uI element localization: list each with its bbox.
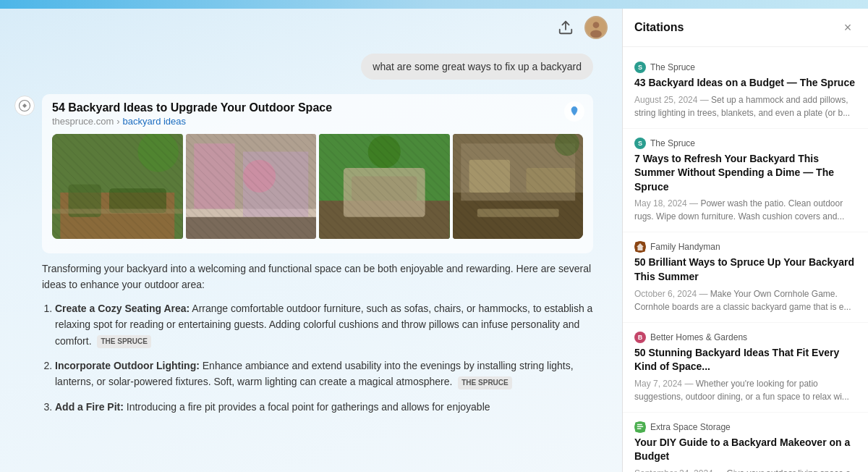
citation-title-2: 7 Ways to Refresh Your Backyard This Sum… <box>634 152 856 195</box>
svg-rect-32 <box>637 426 643 426</box>
user-bubble: what are some great ways to fix up a bac… <box>361 54 593 80</box>
backyard-image-4 <box>453 134 584 239</box>
citation-source-row-5: Extra Space Storage <box>634 421 856 433</box>
svg-rect-17 <box>319 134 450 239</box>
citations-title: Citations <box>634 21 684 34</box>
favicon-3 <box>634 241 646 253</box>
source-title: 54 Backyard Ideas to Upgrade Your Outdoo… <box>52 101 583 114</box>
svg-rect-10 <box>52 209 183 214</box>
response-text: Transforming your backyard into a welcom… <box>14 261 593 423</box>
source-name-2: The Spruce <box>650 138 695 148</box>
citation-source-row-3: Family Handyman <box>634 241 856 253</box>
svg-rect-14 <box>242 152 307 217</box>
citation-item-1[interactable]: S The Spruce 43 Backyard Ideas on a Budg… <box>623 53 868 129</box>
intro-paragraph: Transforming your backyard into a welcom… <box>42 261 593 293</box>
citation-snippet-1: August 25, 2024 — Set up a hammock and a… <box>634 93 856 119</box>
favicon-4: B <box>634 332 646 343</box>
citation-item-3[interactable]: Family Handyman 50 Brilliant Ways to Spr… <box>623 232 868 322</box>
svg-rect-16 <box>186 217 317 239</box>
svg-rect-33 <box>637 428 642 429</box>
backyard-image-2 <box>186 134 317 239</box>
citation-snippet-5: September 24, 2024 — Give your outdoor l… <box>634 467 856 472</box>
source-url-sep: › <box>116 116 119 127</box>
upload-button[interactable] <box>556 17 576 38</box>
citation-title-1: 43 Backyard Ideas on a Budget — The Spru… <box>634 76 856 90</box>
citations-header: Citations × <box>623 9 868 47</box>
svg-rect-24 <box>461 143 575 201</box>
response-header: 54 Backyard Ideas to Upgrade Your Outdoo… <box>14 94 593 253</box>
top-gradient-bar <box>0 0 868 9</box>
list-item-2-bold: Incorporate Outdoor Lighting: <box>55 360 200 371</box>
source-name-4: Better Homes & Gardens <box>650 332 747 342</box>
svg-point-2 <box>593 22 600 28</box>
citation-source-row-1: S The Spruce <box>634 62 856 73</box>
citation-item-5[interactable]: Extra Space Storage Your DIY Guide to a … <box>623 413 868 472</box>
svg-rect-19 <box>344 168 425 217</box>
response-list: Create a Cozy Seating Area: Arrange comf… <box>42 300 593 415</box>
citation-item-2[interactable]: S The Spruce 7 Ways to Refresh Your Back… <box>623 129 868 233</box>
svg-rect-11 <box>186 134 317 239</box>
svg-rect-7 <box>69 185 101 217</box>
citation-badge-1[interactable]: THE SPRUCE <box>97 335 150 348</box>
svg-rect-28 <box>477 209 558 217</box>
svg-point-15 <box>242 160 275 193</box>
user-message-text: what are some great ways to fix up a bac… <box>373 61 582 72</box>
list-item-3: Add a Fire Pit: Introducing a fire pit p… <box>55 399 593 415</box>
favicon-1: S <box>634 62 646 73</box>
source-name-3: Family Handyman <box>650 242 720 252</box>
list-item-3-bold: Add a Fire Pit: <box>55 401 124 413</box>
citation-snippet-2: May 18, 2024 — Power wash the patio. Cle… <box>634 197 856 223</box>
app-container: what are some great ways to fix up a bac… <box>0 9 868 472</box>
citation-snippet-3: October 6, 2024 — Make Your Own Cornhole… <box>634 287 856 313</box>
svg-point-27 <box>555 134 579 156</box>
list-item-3-text: Introducing a fire pit provides a focal … <box>127 401 490 413</box>
source-url-domain: thespruce.com <box>52 116 114 127</box>
close-button[interactable]: × <box>839 19 856 36</box>
svg-rect-25 <box>469 160 509 193</box>
backyard-image-3 <box>319 134 450 239</box>
list-item-2: Incorporate Outdoor Lighting: Enhance am… <box>55 358 593 390</box>
svg-rect-8 <box>109 188 166 213</box>
source-card: 54 Backyard Ideas to Upgrade Your Outdoo… <box>42 94 593 253</box>
response-area: 54 Backyard Ideas to Upgrade Your Outdoo… <box>14 94 593 423</box>
main-panel: what are some great ways to fix up a bac… <box>0 9 622 472</box>
close-icon: × <box>844 20 852 35</box>
svg-rect-18 <box>319 201 450 239</box>
bookmark-button[interactable] <box>564 101 584 122</box>
svg-point-3 <box>590 30 602 38</box>
citations-list: S The Spruce 43 Backyard Ideas on a Budg… <box>623 47 868 472</box>
svg-rect-20 <box>352 176 417 201</box>
list-item-1: Create a Cozy Seating Area: Arrange comf… <box>55 300 593 349</box>
backyard-image-1 <box>52 134 183 239</box>
svg-rect-5 <box>52 134 183 239</box>
svg-point-21 <box>368 135 401 168</box>
citation-title-5: Your DIY Guide to a Backyard Makeover on… <box>634 436 856 464</box>
source-name-1: The Spruce <box>650 62 695 72</box>
svg-rect-22 <box>453 134 584 239</box>
svg-rect-6 <box>60 193 174 239</box>
citation-item-4[interactable]: B Better Homes & Gardens 50 Stunning Bac… <box>623 323 868 413</box>
chat-area: what are some great ways to fix up a bac… <box>0 46 622 472</box>
svg-rect-23 <box>453 193 584 239</box>
ai-icon <box>14 96 35 116</box>
favicon-5 <box>634 421 646 433</box>
citation-title-3: 50 Brilliant Ways to Spruce Up Your Back… <box>634 256 856 284</box>
favicon-2: S <box>634 138 646 149</box>
svg-rect-34 <box>637 424 642 425</box>
citation-snippet-4: May 7, 2024 — Whether you're looking for… <box>634 377 856 403</box>
citation-source-row-4: B Better Homes & Gardens <box>634 332 856 343</box>
svg-rect-12 <box>186 134 317 209</box>
citation-source-row-2: S The Spruce <box>634 138 856 149</box>
avatar[interactable] <box>584 16 608 39</box>
svg-point-9 <box>137 134 178 172</box>
citation-badge-2[interactable]: THE SPRUCE <box>458 376 511 389</box>
svg-rect-26 <box>526 168 575 193</box>
citation-title-4: 50 Stunning Backyard Ideas That Fit Ever… <box>634 346 856 374</box>
source-url[interactable]: thespruce.com › backyard ideas <box>52 116 583 127</box>
image-grid <box>52 134 583 239</box>
source-name-5: Extra Space Storage <box>650 422 731 432</box>
source-url-path: backyard ideas <box>123 116 186 127</box>
header-bar <box>0 9 622 46</box>
user-message-row: what are some great ways to fix up a bac… <box>14 54 593 80</box>
list-item-1-bold: Create a Cozy Seating Area: <box>55 303 190 314</box>
